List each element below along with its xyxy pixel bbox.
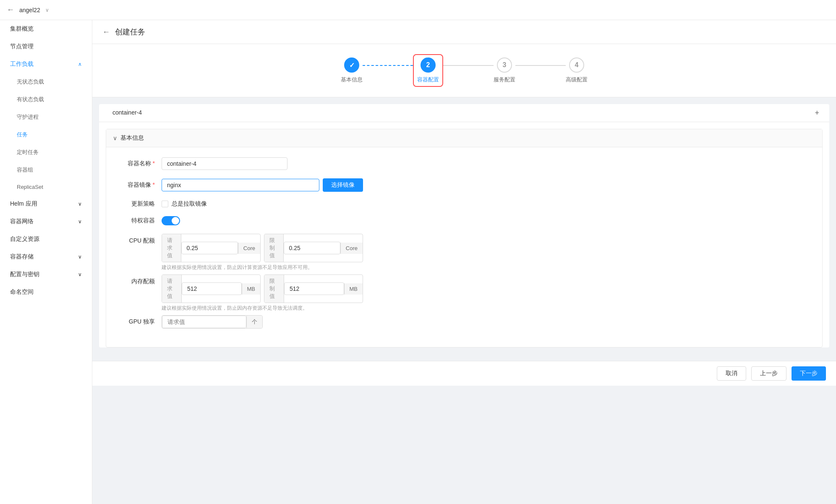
container-name-control: [162, 157, 363, 170]
storage-arrow-icon: ∨: [78, 254, 82, 260]
container-name-label: 容器名称: [120, 160, 162, 167]
sidebar-item-task[interactable]: 任务: [0, 126, 92, 144]
prev-button[interactable]: 上一步: [751, 366, 786, 381]
cancel-button[interactable]: 取消: [717, 366, 746, 381]
form-row-privileged: 特权容器: [120, 216, 809, 225]
form-row-memory: 内存配额 请求值 MB: [120, 274, 809, 312]
workspace-chevron-icon: ∨: [45, 7, 49, 13]
update-policy-label: 更新策略: [120, 200, 162, 208]
memory-quota-label: 内存配额: [120, 274, 162, 285]
add-container-button[interactable]: +: [811, 105, 823, 121]
sidebar: 集群概览 节点管理 工作负载 ∧ 无状态负载 有状态负载 守护进程 任务 定: [0, 20, 92, 504]
form-row-container-image: 容器镜像 选择镜像: [120, 178, 809, 192]
memory-hint: 建议根据实际使用情况设置，防止因内存资源不足导致无法调度。: [162, 305, 363, 312]
main-layout: 集群概览 节点管理 工作负载 ∧ 无状态负载 有状态负载 守护进程 任务 定: [0, 20, 836, 504]
step-3: 3 服务配置: [494, 57, 515, 84]
sidebar-label-stateful: 有状态负载: [17, 96, 44, 103]
cpu-request-unit: Core: [238, 243, 260, 254]
sidebar-item-helm-apps[interactable]: Helm 应用 ∨: [0, 195, 92, 213]
sidebar-item-custom-resources[interactable]: 自定义资源: [0, 230, 92, 248]
image-row: 选择镜像: [162, 178, 363, 192]
privileged-control: [162, 216, 363, 225]
sidebar-item-scheduled-task[interactable]: 定时任务: [0, 144, 92, 161]
sidebar-label-namespace: 命名空间: [10, 288, 34, 296]
step-1-circle: ✓: [344, 57, 359, 73]
sidebar-label-workload: 工作负载: [10, 60, 34, 68]
container-name-input[interactable]: [162, 157, 287, 170]
connector-3-4: [515, 65, 566, 66]
gpu-input-group: 个: [162, 315, 263, 329]
sidebar-item-container-storage[interactable]: 容器存储 ∨: [0, 248, 92, 266]
tab-bar: container-4 +: [99, 104, 829, 122]
gpu-exclusive-control: 个: [162, 315, 363, 329]
form-card: container-4 + ∨ 基本信息 容器名称: [99, 104, 829, 347]
page-title: 创建任务: [115, 27, 145, 37]
cpu-request-tag: 请求值: [162, 234, 181, 262]
cpu-hint: 建议根据实际使用情况设置，防止因计算资源不足导致应用不可用。: [162, 264, 363, 271]
form-row-cpu: CPU 配额 请求值 Core: [120, 234, 809, 271]
gpu-row: 个: [162, 315, 363, 329]
section-body: 容器名称 容器镜像: [106, 147, 822, 347]
sidebar-item-cluster-overview[interactable]: 集群概览: [0, 20, 92, 38]
sidebar-label-container-network: 容器网络: [10, 218, 34, 225]
cpu-request-input[interactable]: [181, 242, 238, 254]
form-area: container-4 + ∨ 基本信息 容器名称: [92, 97, 836, 361]
config-arrow-icon: ∨: [78, 272, 82, 277]
privileged-toggle[interactable]: [162, 216, 180, 225]
connector-2-3: [443, 65, 494, 66]
page-header: ← 创建任务: [92, 20, 836, 44]
cpu-quota-label: CPU 配额: [120, 234, 162, 245]
container-image-label: 容器镜像: [120, 181, 162, 189]
next-button[interactable]: 下一步: [792, 366, 826, 381]
sidebar-item-stateful[interactable]: 有状态负载: [0, 91, 92, 108]
sidebar-item-replicaset[interactable]: ReplicaSet: [0, 179, 92, 195]
container-image-input[interactable]: [162, 179, 319, 191]
sidebar-item-node-management[interactable]: 节点管理: [0, 38, 92, 55]
step-2-label: 容器配置: [417, 76, 439, 84]
memory-resource-row: 请求值 MB 限制值 MB: [162, 274, 363, 303]
toggle-knob: [172, 217, 179, 225]
container-image-control: 选择镜像: [162, 178, 363, 192]
gpu-request-input[interactable]: [162, 316, 246, 328]
collapse-icon[interactable]: ∨: [113, 135, 117, 141]
footer: 取消 上一步 下一步: [92, 361, 836, 386]
back-arrow-icon[interactable]: ←: [7, 5, 14, 14]
memory-limit-group: 限制值 MB: [264, 274, 363, 303]
tab-container-4-label: container-4: [112, 109, 142, 116]
basic-info-section: ∨ 基本信息 容器名称: [106, 129, 823, 347]
app-container: ← angel22 ∨ 集群概览 节点管理 工作负载 ∧ 无状态负载 有状态负载…: [0, 0, 836, 504]
step-1-label: 基本信息: [341, 76, 363, 84]
sidebar-item-workload[interactable]: 工作负载 ∧: [0, 55, 92, 73]
step-2-box: 2 容器配置: [413, 54, 443, 87]
sidebar-item-container-group[interactable]: 容器组: [0, 161, 92, 179]
page-back-icon[interactable]: ←: [102, 28, 110, 37]
sidebar-item-namespace[interactable]: 命名空间: [0, 283, 92, 301]
sidebar-label-container-group: 容器组: [17, 166, 33, 174]
select-image-button[interactable]: 选择镜像: [323, 178, 363, 192]
step-4-label: 高级配置: [566, 76, 588, 84]
memory-request-input[interactable]: [182, 282, 242, 295]
cpu-limit-input[interactable]: [284, 242, 340, 254]
memory-request-tag: 请求值: [162, 275, 182, 303]
sidebar-label-custom-resources: 自定义资源: [10, 235, 39, 243]
workload-arrow-icon: ∧: [78, 61, 82, 67]
sidebar-label-helm-apps: Helm 应用: [10, 200, 37, 208]
cpu-resource-row: 请求值 Core 限制值 Core: [162, 234, 363, 262]
sidebar-item-guardian[interactable]: 守护进程: [0, 108, 92, 126]
sidebar-label-guardian: 守护进程: [17, 113, 39, 121]
sidebar-item-stateless[interactable]: 无状态负载: [0, 73, 92, 91]
header: ← angel22 ∨: [0, 0, 836, 20]
memory-limit-unit: MB: [344, 283, 363, 295]
memory-limit-input[interactable]: [284, 282, 344, 295]
sidebar-label-container-storage: 容器存储: [10, 253, 34, 261]
step-4: 4 高级配置: [566, 57, 588, 84]
sidebar-item-container-network[interactable]: 容器网络 ∨: [0, 213, 92, 230]
step-4-circle: 4: [569, 57, 584, 73]
cpu-limit-tag: 限制值: [264, 234, 284, 262]
network-arrow-icon: ∨: [78, 219, 82, 225]
always-pull-checkbox[interactable]: [162, 201, 168, 207]
sidebar-item-config-secrets[interactable]: 配置与密钥 ∨: [0, 266, 92, 283]
privileged-label: 特权容器: [120, 217, 162, 225]
cpu-limit-group: 限制值 Core: [264, 234, 363, 262]
tab-container-4[interactable]: container-4: [106, 104, 149, 122]
